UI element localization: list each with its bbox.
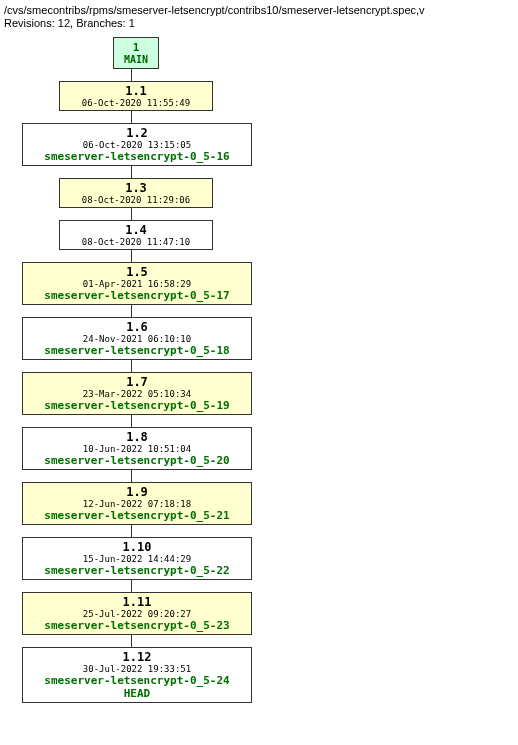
revision-summary: Revisions: 12, Branches: 1 [4,17,518,29]
revision-date: 30-Jul-2022 19:33:51 [27,664,247,674]
connector-line [131,69,133,81]
connector-line [131,415,133,427]
revision-number: 1.11 [27,595,247,609]
revision-date: 10-Jun-2022 10:51:04 [27,444,247,454]
revision-number: 1.6 [27,320,247,334]
revision-box: 1.206-Oct-2020 13:15:05smeserver-letsenc… [22,123,252,166]
revision-tag: smeserver-letsencrypt-0_5-20 [27,454,247,467]
connector-line [131,525,133,537]
revision-box: 1.723-Mar-2022 05:10:34smeserver-letsenc… [22,372,252,415]
revision-number: 1.9 [27,485,247,499]
revision-tag: smeserver-letsencrypt-0_5-23 [27,619,247,632]
branch-label: MAIN [124,54,148,65]
revision-box: 1.1230-Jul-2022 19:33:51smeserver-letsen… [22,647,252,703]
revision-box: 1.1125-Jul-2022 09:20:27smeserver-letsen… [22,592,252,635]
revision-number: 1.10 [27,540,247,554]
revision-tag: smeserver-letsencrypt-0_5-24 [27,674,247,687]
connector-line [131,166,133,178]
revision-box: 1.501-Apr-2021 16:58:29smeserver-letsenc… [22,262,252,305]
connector-line [131,635,133,647]
revision-box: 1.912-Jun-2022 07:18:18smeserver-letsenc… [22,482,252,525]
revision-box: 1.810-Jun-2022 10:51:04smeserver-letsenc… [22,427,252,470]
revision-box: 1.308-Oct-2020 11:29:06 [59,178,213,208]
revision-box: 1.106-Oct-2020 11:55:49 [59,81,213,111]
revision-number: 1.5 [27,265,247,279]
revision-date: 06-Oct-2020 11:55:49 [64,98,208,108]
connector-line [131,305,133,317]
revision-date: 24-Nov-2021 06:10:10 [27,334,247,344]
revision-number: 1.3 [64,181,208,195]
revision-number: 1.7 [27,375,247,389]
revision-date: 06-Oct-2020 13:15:05 [27,140,247,150]
revision-date: 23-Mar-2022 05:10:34 [27,389,247,399]
revision-date: 15-Jun-2022 14:44:29 [27,554,247,564]
revision-tag: smeserver-letsencrypt-0_5-18 [27,344,247,357]
revision-tag: smeserver-letsencrypt-0_5-22 [27,564,247,577]
revision-date: 08-Oct-2020 11:29:06 [64,195,208,205]
revision-head-label: HEAD [27,687,247,700]
revision-number: 1.1 [64,84,208,98]
revision-tag: smeserver-letsencrypt-0_5-17 [27,289,247,302]
connector-line [131,111,133,123]
revision-date: 08-Oct-2020 11:47:10 [64,237,208,247]
branch-box: 1 MAIN [113,37,159,69]
connector-line [131,580,133,592]
revision-tag: smeserver-letsencrypt-0_5-19 [27,399,247,412]
connector-line [131,360,133,372]
revision-box: 1.624-Nov-2021 06:10:10smeserver-letsenc… [22,317,252,360]
revision-date: 25-Jul-2022 09:20:27 [27,609,247,619]
revision-tag: smeserver-letsencrypt-0_5-16 [27,150,247,163]
revision-box: 1.1015-Jun-2022 14:44:29smeserver-letsen… [22,537,252,580]
revision-tag: smeserver-letsencrypt-0_5-21 [27,509,247,522]
file-path: /cvs/smecontribs/rpms/smeserver-letsencr… [4,4,518,16]
revision-tree: 1 MAIN 1.106-Oct-2020 11:55:491.206-Oct-… [8,37,518,703]
branch-number: 1 [124,41,148,54]
revision-date: 12-Jun-2022 07:18:18 [27,499,247,509]
revision-number: 1.4 [64,223,208,237]
revision-number: 1.2 [27,126,247,140]
connector-line [131,470,133,482]
revision-box: 1.408-Oct-2020 11:47:10 [59,220,213,250]
revision-date: 01-Apr-2021 16:58:29 [27,279,247,289]
connector-line [131,208,133,220]
revision-number: 1.12 [27,650,247,664]
connector-line [131,250,133,262]
revision-number: 1.8 [27,430,247,444]
